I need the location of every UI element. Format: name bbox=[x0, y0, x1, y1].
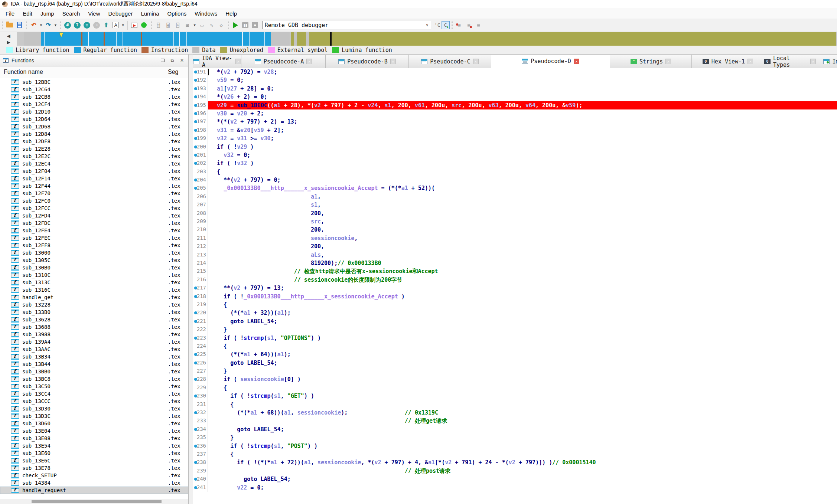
tab-hex-view-1[interactable]: 0Hex View-1✕ bbox=[692, 55, 764, 68]
union-button[interactable]: ⌻ bbox=[173, 20, 183, 30]
function-row-sub_139A4[interactable]: sub_139A4.tex bbox=[0, 338, 188, 346]
jump-xref-button[interactable]: ≡ bbox=[82, 20, 92, 30]
pseudocode-view[interactable]: 191 *(v2 + 792) = v28;192 v59 = 0;193 a1… bbox=[193, 68, 837, 504]
debugger-stop-button[interactable]: ■ bbox=[250, 20, 260, 30]
code-text[interactable]: if ( !v29 ) bbox=[208, 143, 837, 151]
menu-debugger[interactable]: Debugger bbox=[104, 9, 137, 18]
navband-segment-data-gray[interactable] bbox=[24, 32, 41, 46]
back-dropdown-icon[interactable]: ▼ bbox=[39, 23, 43, 27]
panel-maximize-button[interactable] bbox=[159, 57, 166, 64]
tab-close-icon[interactable]: ✕ bbox=[748, 59, 753, 64]
column-divider[interactable] bbox=[165, 67, 165, 77]
debugger-select[interactable]: Remote GDB debugger ∨ bbox=[262, 21, 431, 29]
tab-pseudocode-a[interactable]: Pseudocode-A✕ bbox=[241, 55, 326, 68]
navband-segment-unexplored-tick-1[interactable] bbox=[291, 32, 294, 46]
function-row-sub_12FDC[interactable]: sub_12FDC.tex bbox=[0, 219, 188, 227]
code-line-227[interactable]: 227 } bbox=[193, 367, 837, 375]
code-line-215[interactable]: 215 // 检查http请求中是否有x-sessioncookie和Accep… bbox=[193, 267, 837, 275]
function-row-sub_1316C[interactable]: sub_1316C.tex bbox=[0, 286, 188, 294]
function-row-sub_12E2C[interactable]: sub_12E2C.tex bbox=[0, 153, 188, 160]
menu-view[interactable]: View bbox=[84, 9, 104, 18]
function-row-sub_13C50[interactable]: sub_13C50.tex bbox=[0, 383, 188, 390]
code-line-205[interactable]: 205 _0x000133B0___http______x_sessioncoo… bbox=[193, 184, 837, 192]
code-line-212[interactable]: 212 200, bbox=[193, 242, 837, 251]
toolbar-grip[interactable] bbox=[227, 21, 230, 30]
function-row-sub_13B34[interactable]: sub_13B34.tex bbox=[0, 353, 188, 360]
code-line-217[interactable]: 217 **(v2 + 797) = 13; bbox=[193, 284, 837, 292]
code-text[interactable]: if ( sessioncookie[0] ) bbox=[208, 375, 837, 383]
function-row-check_SETUP[interactable]: check_SETUP.tex bbox=[0, 472, 188, 479]
jump-address-button[interactable]: # bbox=[63, 20, 72, 30]
navband-segment-unexplored-main[interactable] bbox=[309, 32, 836, 46]
panel-float-button[interactable]: ⧉ bbox=[169, 57, 176, 64]
tab-impo[interactable]: Impo bbox=[816, 55, 837, 68]
enum-button[interactable]: ⌹ bbox=[163, 20, 173, 30]
tab-close-icon[interactable]: ✕ bbox=[665, 59, 671, 64]
navband-segment-data-gray-2[interactable] bbox=[271, 32, 290, 46]
code-line-195[interactable]: 195 v29 = sub_1DE0C((a1 + 28), *(v2 + 79… bbox=[193, 101, 837, 109]
code-line-235[interactable]: 235 } bbox=[193, 433, 837, 442]
function-row-sub_13E04[interactable]: sub_13E04.tex bbox=[0, 427, 188, 435]
function-row-handle_request[interactable]: handle_request.tex bbox=[0, 487, 188, 494]
frame-button[interactable]: ▭ bbox=[197, 20, 207, 30]
code-text[interactable]: aLs, bbox=[208, 251, 837, 259]
code-line-233[interactable]: 233 // 处理get请求 bbox=[193, 417, 837, 425]
function-row-sub_13688[interactable]: sub_13688.tex bbox=[0, 323, 188, 331]
code-line-231[interactable]: 231 { bbox=[193, 400, 837, 409]
function-row-sub_12FEC[interactable]: sub_12FEC.tex bbox=[0, 234, 188, 242]
toolbar-grip[interactable] bbox=[25, 21, 28, 30]
code-line-216[interactable]: 216 // sessioncookie的长度限制为200字节 bbox=[193, 276, 837, 284]
jump-up-button[interactable]: ⬆ bbox=[101, 20, 111, 30]
navigate-forward-button[interactable]: ↷ bbox=[43, 20, 53, 30]
code-line-191[interactable]: 191 *(v2 + 792) = v28; bbox=[193, 68, 837, 76]
code-text[interactable]: (*(*a1 + 68))(a1, sessioncookie); // 0x1… bbox=[208, 409, 837, 417]
code-text[interactable]: if ( !v32 ) bbox=[208, 159, 837, 167]
function-row-sub_13E6C[interactable]: sub_13E6C.tex bbox=[0, 457, 188, 464]
code-line-208[interactable]: 208 200, bbox=[193, 209, 837, 217]
toolbar-grip[interactable] bbox=[59, 21, 62, 30]
tab-pseudocode-c[interactable]: Pseudocode-C✕ bbox=[409, 55, 491, 68]
function-row-sub_13988[interactable]: sub_13988.tex bbox=[0, 331, 188, 338]
navband-left-arrow[interactable]: ◀ bbox=[5, 33, 12, 39]
code-text[interactable]: } bbox=[208, 433, 837, 442]
jump-name-button[interactable]: T bbox=[72, 20, 82, 30]
debugger-start-button[interactable] bbox=[231, 20, 241, 30]
functions-hscrollbar[interactable] bbox=[0, 499, 188, 504]
function-row-sub_12EC4[interactable]: sub_12EC4.tex bbox=[0, 160, 188, 167]
code-text[interactable]: v32 = v31 >= v30; bbox=[208, 134, 837, 143]
function-row-sub_12CF4[interactable]: sub_12CF4.tex bbox=[0, 101, 188, 108]
edit-button[interactable]: ✎ bbox=[207, 20, 216, 30]
types-dropdown-icon[interactable]: ▼ bbox=[193, 23, 196, 27]
code-line-201[interactable]: 201 v32 = 0; bbox=[193, 151, 837, 159]
function-row-sub_130B0[interactable]: sub_130B0.tex bbox=[0, 264, 188, 271]
function-row-sub_13D60[interactable]: sub_13D60.tex bbox=[0, 420, 188, 427]
tab-close-icon[interactable]: ✕ bbox=[473, 59, 479, 64]
code-line-223[interactable]: 223 if ( !strcmp(s1, "OPTIONS") ) bbox=[193, 334, 837, 342]
code-line-193[interactable]: 193 a1[v27 + 28] = 0; bbox=[193, 85, 837, 93]
code-line-237[interactable]: 237 { bbox=[193, 450, 837, 458]
menu-help[interactable]: Help bbox=[221, 9, 241, 18]
code-text[interactable]: a1, bbox=[208, 193, 837, 201]
code-line-240[interactable]: 240 goto LABEL_54; bbox=[193, 475, 837, 483]
function-row-sub_12D10[interactable]: sub_12D10.tex bbox=[0, 108, 188, 115]
code-line-207[interactable]: 207 s1, bbox=[193, 201, 837, 209]
code-line-203[interactable]: 203 { bbox=[193, 168, 837, 176]
tab-strings[interactable]: "Strings✕ bbox=[610, 55, 692, 68]
hscrollbar-handle[interactable] bbox=[32, 500, 162, 503]
code-line-226[interactable]: 226 goto LABEL_54; bbox=[193, 359, 837, 367]
code-line-236[interactable]: 236 if ( !strcmp(s1, "POST") ) bbox=[193, 442, 837, 450]
code-text[interactable]: v29 = sub_1DE0C((a1 + 28), *(v2 + 797) +… bbox=[208, 101, 837, 109]
function-row-handle_get[interactable]: handle_get.tex bbox=[0, 294, 188, 301]
navband-segment-data-gray-4[interactable] bbox=[306, 32, 309, 46]
function-row-sub_133B0[interactable]: sub_133B0.tex bbox=[0, 308, 188, 316]
code-text[interactable]: a1[v27 + 28] = 0; bbox=[208, 85, 837, 93]
add-breakpoint-button[interactable]: ≡ bbox=[464, 20, 474, 30]
toggle-c-button[interactable]: C bbox=[442, 21, 450, 29]
function-row-sub_12F14[interactable]: sub_12F14.tex bbox=[0, 175, 188, 182]
function-row-sub_1305C[interactable]: sub_1305C.tex bbox=[0, 256, 188, 264]
code-line-229[interactable]: 229 { bbox=[193, 384, 837, 392]
code-line-239[interactable]: 239 // 处理post请求 bbox=[193, 467, 837, 475]
function-row-sub_12F04[interactable]: sub_12F04.tex bbox=[0, 167, 188, 175]
column-function-name[interactable]: Function name bbox=[4, 69, 43, 75]
code-text[interactable]: src, bbox=[208, 217, 837, 226]
